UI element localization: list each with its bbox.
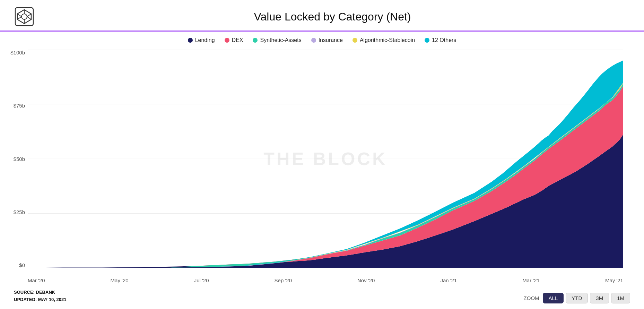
x-label-nov20: Nov '20 [357, 277, 375, 283]
x-label-jul20: Jul '20 [194, 277, 209, 283]
x-label-sep20: Sep '20 [275, 277, 292, 283]
zoom-controls: ZOOM ALL YTD 3M 1M [524, 293, 630, 303]
svg-line-5 [17, 14, 21, 17]
x-label-may20: May '20 [111, 277, 129, 283]
legend-label-insurance: Insurance [319, 37, 343, 43]
legend-item-dex: DEX [225, 37, 243, 43]
zoom-ytd-button[interactable]: YTD [566, 293, 588, 303]
chart-svg-container: THE BLOCK [28, 50, 623, 268]
chart-legend: Lending DEX Synthetic-Assets Insurance A… [0, 32, 644, 46]
y-label-0: $0 [19, 262, 28, 268]
x-label-jan21: Jan '21 [440, 277, 457, 283]
x-label-may21: May '21 [605, 277, 623, 283]
x-label-mar20: Mar '20 [28, 277, 45, 283]
x-label-mar21: Mar '21 [522, 277, 540, 283]
legend-item-lending: Lending [188, 37, 215, 43]
x-axis: Mar '20 May '20 Jul '20 Sep '20 Nov '20 … [28, 277, 623, 283]
zoom-1m-button[interactable]: 1M [611, 293, 630, 303]
zoom-all-button[interactable]: ALL [543, 293, 564, 303]
y-label-50: $50b [14, 156, 28, 162]
legend-label-algo: Algorithmic-Stablecoin [360, 37, 415, 43]
legend-label-others: 12 Others [432, 37, 456, 43]
y-label-25: $25b [14, 209, 28, 215]
main-container: Value Locked by Category (Net) Lending D… [0, 0, 644, 309]
page-title: Value Locked by Category (Net) [35, 10, 630, 23]
legend-label-lending: Lending [195, 37, 215, 43]
svg-line-7 [17, 17, 21, 19]
insurance-dot [311, 38, 316, 43]
dex-dot [225, 38, 229, 43]
zoom-label: ZOOM [524, 295, 539, 301]
source-label: SOURCE: DEBANK [14, 289, 67, 296]
y-label-100: $100b [10, 50, 28, 55]
synthetic-dot [253, 38, 258, 43]
logo-icon [14, 6, 35, 27]
legend-label-dex: DEX [232, 37, 243, 43]
updated-label: UPDATED: MAY 10, 2021 [14, 296, 67, 303]
source-info: SOURCE: DEBANK UPDATED: MAY 10, 2021 [14, 289, 67, 303]
legend-label-synthetic: Synthetic-Assets [260, 37, 301, 43]
zoom-3m-button[interactable]: 3M [590, 293, 609, 303]
legend-item-algo: Algorithmic-Stablecoin [353, 37, 415, 43]
svg-line-8 [27, 17, 31, 19]
footer: SOURCE: DEBANK UPDATED: MAY 10, 2021 ZOO… [0, 289, 644, 309]
header: Value Locked by Category (Net) [0, 0, 644, 27]
legend-item-synthetic: Synthetic-Assets [253, 37, 301, 43]
legend-item-insurance: Insurance [311, 37, 343, 43]
svg-point-2 [21, 14, 27, 19]
lending-dot [188, 38, 193, 43]
y-axis: $100b $75b $50b $25b $0 [3, 50, 28, 268]
svg-line-6 [27, 14, 31, 17]
legend-item-others: 12 Others [425, 37, 456, 43]
chart-area: $100b $75b $50b $25b $0 THE BLOCK [0, 46, 644, 289]
y-label-75: $75b [14, 103, 28, 109]
algo-dot [353, 38, 357, 43]
chart-svg [28, 50, 623, 268]
others-dot [425, 38, 429, 43]
